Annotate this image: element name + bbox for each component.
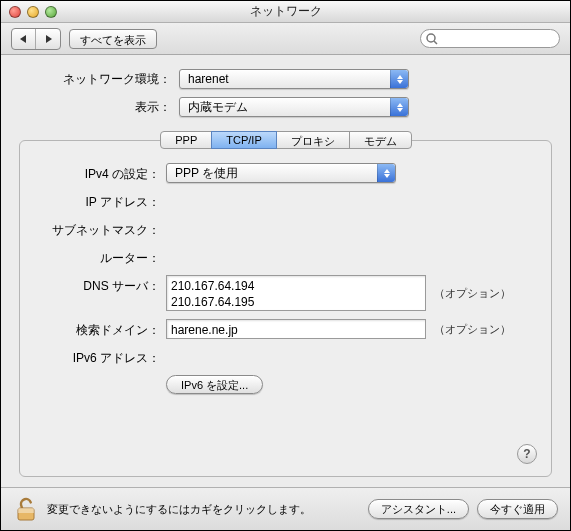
updown-icon — [390, 98, 408, 116]
help-button[interactable]: ? — [517, 444, 537, 464]
ipv6-address-label: IPv6 アドレス： — [36, 347, 166, 367]
svg-line-3 — [434, 41, 437, 44]
tab-ppp[interactable]: PPP — [160, 131, 212, 149]
svg-point-2 — [427, 34, 435, 42]
unlock-icon — [15, 497, 37, 521]
svg-rect-5 — [18, 508, 34, 513]
tcpip-pane: IPv4 の設定： PPP を使用 IP アドレス： サブネットマスク： — [19, 140, 552, 477]
dns-row-1: 210.167.64.195 — [171, 294, 421, 310]
ipv4-config-label: IPv4 の設定： — [36, 163, 166, 183]
toolbar: すべてを表示 — [1, 23, 570, 55]
apply-now-button[interactable]: 今すぐ適用 — [477, 499, 558, 519]
svg-marker-0 — [20, 35, 26, 43]
search-field[interactable] — [420, 29, 560, 48]
ip-address-label: IP アドレス： — [36, 191, 166, 211]
router-label: ルーター： — [36, 247, 166, 267]
triangle-left-icon — [20, 35, 28, 43]
dns-row-0: 210.167.64.194 — [171, 278, 421, 294]
search-domain-optional: （オプション） — [434, 322, 511, 337]
location-value: harenet — [188, 72, 229, 86]
search-domain-label: 検索ドメイン： — [36, 319, 166, 339]
updown-icon — [377, 164, 395, 182]
updown-icon — [390, 70, 408, 88]
ipv4-config-select[interactable]: PPP を使用 — [166, 163, 396, 183]
show-label: 表示： — [19, 99, 179, 116]
help-icon: ? — [523, 447, 530, 461]
dns-optional: （オプション） — [434, 286, 511, 301]
dns-label: DNS サーバ： — [36, 275, 166, 295]
subnet-label: サブネットマスク： — [36, 219, 166, 239]
tab-proxy[interactable]: プロキシ — [276, 131, 350, 149]
nav-back-forward[interactable] — [11, 28, 61, 50]
tab-modem[interactable]: モデム — [349, 131, 412, 149]
lock-button[interactable] — [13, 496, 39, 522]
window-title: ネットワーク — [1, 3, 570, 20]
configure-ipv6-button[interactable]: IPv6 を設定... — [166, 375, 263, 394]
location-select[interactable]: harenet — [179, 69, 409, 89]
location-label: ネットワーク環境： — [19, 71, 179, 88]
forward-button[interactable] — [36, 29, 60, 49]
show-all-button[interactable]: すべてを表示 — [69, 29, 157, 49]
tab-tcpip[interactable]: TCP/IP — [211, 131, 276, 149]
lock-text: 変更できないようにするにはカギをクリックします。 — [47, 502, 360, 517]
svg-marker-1 — [46, 35, 52, 43]
dns-servers-textarea[interactable]: 210.167.64.194 210.167.64.195 — [166, 275, 426, 311]
close-icon[interactable] — [9, 6, 21, 18]
back-button[interactable] — [12, 29, 36, 49]
footer: 変更できないようにするにはカギをクリックします。 アシスタント... 今すぐ適用 — [1, 487, 570, 530]
show-select[interactable]: 内蔵モデム — [179, 97, 409, 117]
titlebar: ネットワーク — [1, 1, 570, 23]
search-domain-input-wrap[interactable] — [166, 319, 426, 339]
assistant-button[interactable]: アシスタント... — [368, 499, 469, 519]
search-domain-input[interactable] — [171, 323, 421, 337]
search-icon — [425, 32, 439, 46]
minimize-icon[interactable] — [27, 6, 39, 18]
show-value: 内蔵モデム — [188, 99, 248, 116]
ipv4-config-value: PPP を使用 — [175, 165, 238, 182]
search-input[interactable] — [441, 30, 553, 47]
tab-bar: PPP TCP/IP プロキシ モデム — [19, 131, 552, 149]
triangle-right-icon — [44, 35, 52, 43]
zoom-icon[interactable] — [45, 6, 57, 18]
